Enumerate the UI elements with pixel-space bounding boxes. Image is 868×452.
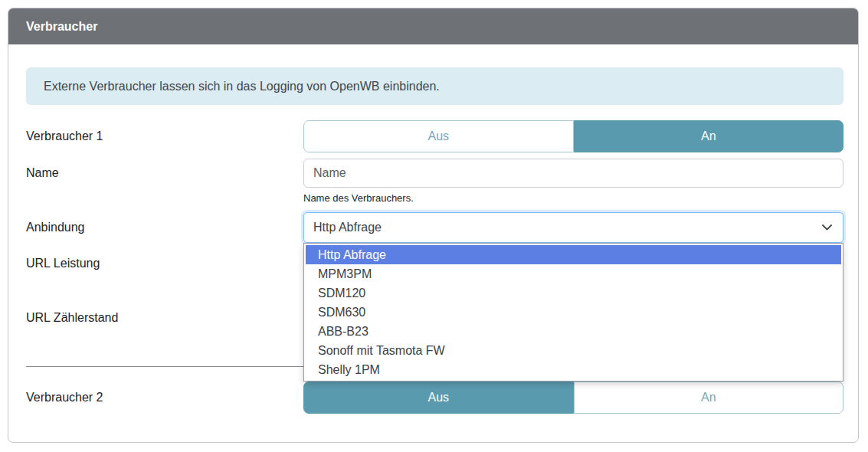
card-title: Verbraucher	[8, 8, 858, 44]
url-zaehlerstand-label: URL Zählerstand	[26, 311, 303, 325]
dropdown-option[interactable]: ABB-B23	[306, 322, 841, 341]
info-alert: Externe Verbraucher lassen sich in das L…	[26, 67, 843, 105]
consumer2-off-button[interactable]: Aus	[303, 382, 574, 414]
card-body: Externe Verbraucher lassen sich in das L…	[8, 44, 858, 442]
dropdown-option[interactable]: SDM120	[306, 283, 841, 303]
name-help-text: Name des Verbrauchers.	[303, 192, 414, 205]
anbindung-selected-value: Http Abfrage	[313, 221, 382, 234]
consumer2-row: Verbraucher 2 Aus An	[26, 382, 843, 414]
chevron-down-icon	[822, 224, 832, 231]
consumer1-off-button[interactable]: Aus	[303, 120, 574, 152]
consumer2-label: Verbraucher 2	[26, 391, 303, 405]
consumer1-label: Verbraucher 1	[26, 129, 303, 143]
anbindung-label: Anbindung	[26, 221, 303, 234]
anbindung-row: Anbindung Http Abfrage Http Abfrage MPM3…	[26, 212, 843, 243]
url-leistung-label: URL Leistung	[26, 257, 303, 270]
consumer1-row: Verbraucher 1 Aus An	[26, 120, 843, 152]
anbindung-dropdown: Http Abfrage MPM3PM SDM120 SDM630 ABB-B2…	[303, 243, 843, 382]
dropdown-option[interactable]: Http Abfrage	[306, 245, 841, 264]
name-row: Name	[26, 159, 843, 188]
name-label: Name	[26, 166, 303, 180]
dropdown-option[interactable]: Sonoff mit Tasmota FW	[306, 341, 841, 360]
name-help-row: Name des Verbrauchers.	[26, 192, 843, 205]
verbraucher-card: Verbraucher Externe Verbraucher lassen s…	[8, 8, 859, 443]
dropdown-option[interactable]: Shelly 1PM	[306, 360, 841, 379]
dropdown-option[interactable]: SDM630	[306, 303, 841, 322]
name-input[interactable]	[303, 159, 843, 188]
anbindung-select[interactable]: Http Abfrage	[303, 212, 843, 243]
consumer1-on-button[interactable]: An	[574, 120, 844, 152]
consumer2-toggle: Aus An	[303, 382, 843, 414]
consumer1-toggle: Aus An	[303, 120, 843, 152]
consumer2-on-button[interactable]: An	[574, 382, 844, 414]
dropdown-option[interactable]: MPM3PM	[306, 264, 841, 283]
